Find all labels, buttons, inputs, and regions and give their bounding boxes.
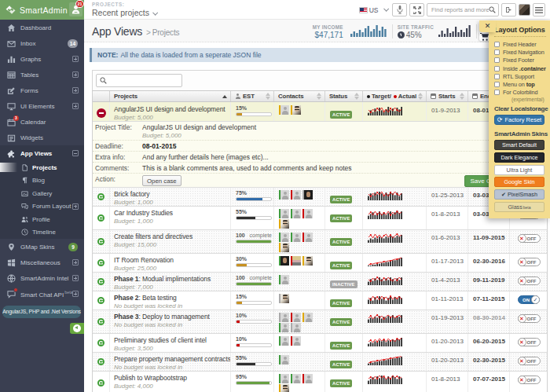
column-header-est[interactable]: EST <box>231 91 274 101</box>
contact-avatar[interactable] <box>291 313 301 322</box>
sidebar-subitem-timeline[interactable]: Timeline <box>0 226 84 240</box>
logout-button[interactable] <box>501 3 516 16</box>
contact-avatar[interactable] <box>302 233 313 242</box>
sidebar-item-tables[interactable]: Tables <box>0 67 84 82</box>
open-case-button[interactable]: Open case <box>142 175 182 186</box>
close-icon[interactable]: ✕ <box>485 23 491 30</box>
sidebar-subitem-forum-layout[interactable]: Forum Layout <box>0 200 84 214</box>
skin-button-pixelsmash[interactable]: ✔PixelSmash <box>494 189 544 200</box>
sidebar-item-smartadmin-intel[interactable]: SmartAdmin Intel <box>0 270 84 286</box>
factory-reset-button[interactable]: ⟳Factory Reset <box>494 115 544 125</box>
column-header-projects[interactable]: Projects <box>110 91 231 101</box>
expand-row-button[interactable] <box>97 278 104 285</box>
contact-avatar[interactable] <box>291 105 301 115</box>
contact-avatar[interactable] <box>291 209 301 218</box>
contact-avatar[interactable] <box>291 190 301 200</box>
contact-avatar[interactable] <box>291 323 301 332</box>
contact-avatar[interactable] <box>302 256 313 266</box>
toggle-on[interactable]: ON✓ <box>518 295 540 304</box>
checkbox[interactable] <box>494 42 500 47</box>
skin-button-google-skin[interactable]: Google Skin <box>494 177 544 187</box>
expand-row-button[interactable] <box>97 193 104 200</box>
project-selector-dropdown[interactable]: Recent projects <box>92 8 156 17</box>
contact-avatar[interactable] <box>279 219 289 229</box>
contact-avatar[interactable] <box>291 336 301 346</box>
skin-button-glass[interactable]: Glassbeta <box>494 202 544 212</box>
sidebar-item-widgets[interactable]: Widgets <box>0 130 84 145</box>
skin-button-dark-elegance[interactable]: Dark Elegance <box>494 152 544 163</box>
contact-avatar[interactable] <box>302 190 313 200</box>
fullscreen-button[interactable] <box>409 3 424 16</box>
contact-avatar[interactable] <box>291 374 301 383</box>
menu-toggle-button[interactable] <box>533 3 545 16</box>
contact-avatar[interactable] <box>302 209 313 218</box>
checkbox[interactable] <box>494 66 500 71</box>
checkbox[interactable] <box>494 82 500 87</box>
expand-row-button[interactable] <box>97 318 104 325</box>
contact-avatar[interactable] <box>279 355 289 365</box>
sidebar-item-ui-elements[interactable]: UI Elements <box>0 98 84 114</box>
contact-avatar[interactable] <box>279 323 289 332</box>
sidebar-item-miscellaneous[interactable]: Miscellaneous <box>0 255 84 270</box>
expand-row-button[interactable] <box>97 238 104 245</box>
contact-avatar[interactable] <box>279 233 289 242</box>
sidebar-item-smart-chat-api[interactable]: Smart Chat APIbeta <box>0 286 84 302</box>
toggle-off[interactable]: ✕OFF <box>518 234 541 243</box>
contact-avatar[interactable] <box>279 105 289 115</box>
contact-avatar[interactable] <box>302 313 313 322</box>
contact-avatar[interactable] <box>279 190 289 200</box>
sidebar-item-app-views[interactable]: App Views <box>0 145 84 161</box>
toggle-off[interactable]: ✕OFF <box>518 258 541 266</box>
table-search-input[interactable] <box>109 77 180 85</box>
checkbox[interactable] <box>494 49 500 55</box>
contact-avatar[interactable] <box>279 384 289 392</box>
sidebar-item-dashboard[interactable]: Dashboard <box>0 20 84 35</box>
expand-row-button[interactable] <box>97 379 104 387</box>
sidebar-subitem-gallery[interactable]: Gallery <box>0 187 84 200</box>
contact-avatar[interactable] <box>279 313 289 322</box>
expand-row-button[interactable] <box>97 214 104 222</box>
minify-nav-button[interactable] <box>70 323 84 334</box>
contact-avatar[interactable] <box>291 233 301 242</box>
contact-avatar[interactable] <box>279 243 289 252</box>
column-header-contacts[interactable]: Contacts <box>274 91 325 101</box>
collapse-row-button[interactable] <box>97 108 106 118</box>
column-header-target-actual[interactable]: Target/Actual <box>363 91 427 101</box>
expand-row-button[interactable] <box>97 339 104 346</box>
column-header-starts[interactable]: Starts <box>427 91 468 101</box>
skin-button-smart-default[interactable]: Smart Default <box>494 140 544 150</box>
skin-button-ultra-light[interactable]: Ultra Light <box>494 165 544 175</box>
expand-row-button[interactable] <box>97 358 104 365</box>
voice-command-button[interactable] <box>392 3 407 16</box>
contact-avatar[interactable] <box>279 256 289 266</box>
header-search-input[interactable] <box>431 6 489 13</box>
toggle-off[interactable]: ✕OFF <box>518 277 541 285</box>
sidebar-item-gmap-skins[interactable]: GMap Skins9 <box>0 239 84 255</box>
contact-avatar[interactable] <box>279 336 289 346</box>
sidebar-subitem-projects[interactable]: Projects <box>0 161 84 174</box>
search-icon[interactable] <box>489 6 496 13</box>
language-selector[interactable]: US <box>359 6 387 14</box>
toggle-off[interactable]: ✕OFF <box>518 338 541 346</box>
sidebar-item-forms[interactable]: Forms <box>0 82 84 98</box>
versions-button[interactable]: AngularJS, PHP and .Net Versions <box>2 306 81 318</box>
column-header-status[interactable]: Status <box>325 91 363 101</box>
toggle-off[interactable]: ✕OFF <box>518 314 541 323</box>
sidebar-item-graphs[interactable]: Graphs <box>0 51 84 67</box>
contact-avatar[interactable] <box>279 275 289 284</box>
sidebar-item-calendar[interactable]: 3Calendar <box>0 114 84 130</box>
shopping-cart-icon[interactable] <box>480 33 489 41</box>
checkbox[interactable] <box>494 74 500 79</box>
contact-avatar[interactable] <box>279 374 289 383</box>
checkbox[interactable] <box>494 57 500 63</box>
sidebar-subitem-profile[interactable]: Profile <box>0 213 84 226</box>
panel-toggle-tab[interactable]: ✕ <box>479 20 496 32</box>
user-avatar[interactable] <box>519 4 530 16</box>
expand-row-button[interactable] <box>97 297 104 304</box>
contact-avatar[interactable] <box>279 209 289 218</box>
toggle-off[interactable]: ✕OFF <box>518 357 541 365</box>
expand-row-button[interactable] <box>97 259 104 266</box>
checkbox[interactable] <box>494 90 500 95</box>
contact-avatar[interactable] <box>302 374 313 383</box>
sidebar-item-inbox[interactable]: Inbox14 <box>0 35 84 51</box>
